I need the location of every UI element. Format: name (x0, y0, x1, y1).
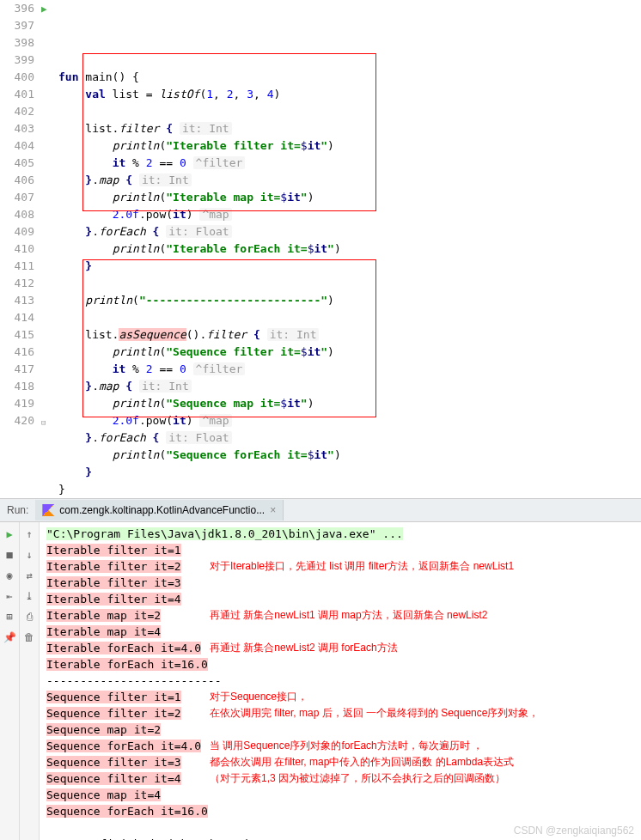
code-line[interactable]: }.forEach { it: Float (58, 223, 641, 240)
camera-icon[interactable]: ◉ (3, 569, 16, 582)
output-line: Sequence map it=2 (46, 721, 634, 738)
code-line[interactable]: fun main() { (58, 69, 641, 86)
output-line: Sequence filter it=3都会依次调用 在filter, map中… (46, 754, 634, 770)
watermark: CSDN @zengkaiqiang562 (514, 825, 634, 837)
output-line: Iterable map it=4 (46, 624, 634, 640)
close-icon[interactable]: × (270, 504, 276, 516)
code-line[interactable]: list.asSequence().filter { it: Int (58, 326, 641, 344)
code-line[interactable] (58, 103, 641, 120)
code-editor[interactable]: 3963973983994004014024034044054064074084… (0, 0, 641, 498)
run-body: ▶ ■ ◉ ⇤ ⊞ 📌 ↑ ↓ ⇄ ⤓ ⎙ 🗑 "C:\Program File… (0, 522, 641, 840)
output-line: Iterable filter it=1 (46, 542, 634, 558)
code-line[interactable]: 2.0f.pow(it) ^map (58, 206, 641, 223)
scroll-icon[interactable]: ⤓ (22, 589, 36, 603)
output-line: Iterable filter it=3 (46, 575, 634, 591)
line-number-gutter: 3963973983994004014024034044054064074084… (0, 0, 41, 498)
run-tab[interactable]: com.zengk.koltinapp.KotlinAdvanceFunctio… (35, 500, 284, 520)
code-line[interactable]: } (58, 258, 641, 275)
output-line: Sequence filter it=2在依次调用完 filter, map 后… (46, 705, 634, 721)
console-output[interactable]: "C:\Program Files\Java\jdk1.8.0_201\bin\… (40, 522, 641, 840)
pin-icon[interactable]: 📌 (3, 630, 16, 644)
code-line[interactable]: } (58, 464, 641, 481)
output-line: Iterable forEach it=4.0再通过 新集合newList2 调… (46, 640, 634, 656)
code-line[interactable]: }.forEach { it: Float (58, 429, 641, 447)
annotation: 在依次调用完 filter, map 后，返回 一个最终得到的 Sequence… (210, 705, 539, 721)
code-area[interactable]: fun main() { val list = listOf(1, 2, 3, … (58, 0, 641, 498)
code-line[interactable]: val list = listOf(1, 2, 3, 4) (58, 86, 641, 103)
code-line[interactable]: println("Iterable map it=$it") (58, 189, 641, 206)
rerun-icon[interactable]: ▶ (3, 527, 16, 541)
annotation: 对于Sequence接口， (210, 689, 308, 705)
annotation: 当 调用Sequence序列对象的forEach方法时，每次遍历时 ， (210, 738, 483, 754)
run-label: Run: (0, 504, 35, 516)
code-line[interactable] (58, 275, 641, 292)
code-line[interactable]: println("Iterable filter it=$it") (58, 137, 641, 155)
run-panel: Run: com.zengk.koltinapp.KotlinAdvanceFu… (0, 498, 641, 840)
run-tab-title: com.zengk.koltinapp.KotlinAdvanceFunctio… (59, 504, 265, 516)
annotation: 再通过 新集合newList1 调用 map方法，返回新集合 newList2 (210, 607, 487, 624)
output-line: Iterable forEach it=16.0 (46, 656, 634, 673)
code-line[interactable]: 2.0f.pow(it) ^map (58, 412, 641, 429)
code-line[interactable]: println("Iterable forEach it=$it") (58, 240, 641, 258)
annotation: 都会依次调用 在filter, map中传入的作为回调函数 的Lambda表达式 (210, 754, 514, 770)
kotlin-icon (42, 504, 54, 516)
output-command: "C:\Program Files\Java\jdk1.8.0_201\bin\… (46, 526, 634, 542)
output-line: Sequence forEach it=4.0当 调用Sequence序列对象的… (46, 738, 634, 754)
output-line: Sequence filter it=4 （对于元素1,3 因为被过滤掉了，所以… (46, 770, 634, 787)
code-line[interactable]: println("--------------------------") (58, 292, 641, 309)
code-line[interactable]: list.filter { it: Int (58, 120, 641, 137)
output-line: Iterable filter it=2对于Iterable接口，先通过 lis… (46, 558, 634, 575)
print-icon[interactable]: ⎙ (22, 610, 36, 624)
gutter-icons: ▶ ⊟ (41, 0, 58, 498)
code-line[interactable]: it % 2 == 0 ^filter (58, 155, 641, 172)
code-line[interactable]: println("Sequence forEach it=$it") (58, 447, 641, 464)
output-line: Iterable filter it=4 (46, 591, 634, 607)
run-header: Run: com.zengk.koltinapp.KotlinAdvanceFu… (0, 499, 641, 522)
code-line[interactable]: }.map { it: Int (58, 378, 641, 395)
run-toolbar-left: ▶ ■ ◉ ⇤ ⊞ 📌 (0, 522, 20, 840)
stop-icon[interactable]: ■ (3, 548, 16, 562)
wrap-icon[interactable]: ⇄ (22, 569, 36, 582)
annotation: 对于Iterable接口，先通过 list 调用 filter方法，返回新集合 … (210, 558, 514, 575)
code-line[interactable]: println("Sequence filter it=$it") (58, 344, 641, 361)
trash-icon[interactable]: 🗑 (22, 630, 36, 644)
code-line[interactable]: }.map { it: Int (58, 172, 641, 189)
up-icon[interactable]: ↑ (22, 527, 36, 541)
code-line[interactable]: println("Sequence map it=$it") (58, 395, 641, 412)
exit-icon[interactable]: ⇤ (3, 589, 16, 603)
annotation: （对于元素1,3 因为被过滤掉了，所以不会执行之后的回调函数） (210, 770, 505, 787)
down-icon[interactable]: ↓ (22, 548, 36, 562)
layout-icon[interactable]: ⊞ (3, 610, 16, 624)
annotation: 再通过 新集合newList2 调用 forEach方法 (210, 640, 398, 656)
output-line: -------------------------- (46, 673, 634, 689)
code-line[interactable] (58, 309, 641, 326)
code-line[interactable]: it % 2 == 0 ^filter (58, 361, 641, 378)
code-line[interactable]: } (58, 481, 641, 498)
output-line: Sequence filter it=1对于Sequence接口， (46, 689, 634, 705)
output-line: Sequence map it=4 (46, 787, 634, 803)
output-line: Sequence forEach it=16.0 (46, 803, 634, 819)
run-toolbar-2: ↑ ↓ ⇄ ⤓ ⎙ 🗑 (20, 522, 40, 840)
output-line: Iterable map it=2再通过 新集合newList1 调用 map方… (46, 607, 634, 624)
